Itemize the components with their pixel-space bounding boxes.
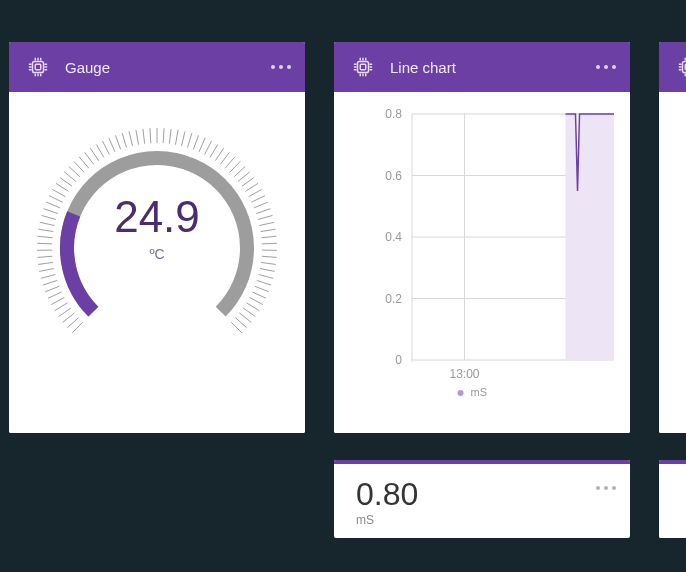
svg-line-23 (41, 274, 56, 278)
line-chart-card: Line chart 00.20.40.60.813:00mS (334, 42, 630, 433)
svg-rect-95 (358, 62, 369, 73)
svg-line-37 (56, 183, 69, 191)
svg-point-122 (458, 390, 464, 396)
svg-line-44 (90, 148, 98, 160)
svg-text:0: 0 (395, 353, 402, 367)
svg-line-20 (48, 291, 62, 297)
gauge-unit: ºC (9, 246, 305, 262)
svg-text:0.8: 0.8 (385, 107, 402, 121)
svg-line-51 (136, 129, 139, 144)
gauge-value: 24.9 (9, 192, 305, 242)
svg-line-60 (193, 135, 198, 149)
svg-line-59 (187, 133, 191, 147)
svg-line-69 (238, 171, 250, 181)
svg-line-17 (59, 308, 71, 317)
svg-line-84 (260, 268, 275, 271)
svg-line-18 (55, 302, 68, 310)
svg-line-41 (74, 161, 84, 172)
svg-line-22 (43, 280, 57, 285)
svg-line-38 (60, 177, 72, 186)
svg-line-49 (122, 133, 126, 147)
more-icon[interactable] (596, 65, 616, 69)
svg-line-15 (67, 317, 78, 327)
svg-line-66 (225, 156, 235, 167)
svg-line-90 (247, 302, 260, 310)
svg-line-87 (255, 286, 269, 291)
svg-line-52 (143, 128, 145, 143)
svg-line-58 (182, 131, 186, 146)
svg-line-40 (69, 166, 80, 176)
svg-line-63 (210, 144, 218, 157)
card-header (659, 42, 686, 92)
svg-rect-0 (33, 62, 44, 73)
svg-line-19 (51, 297, 64, 304)
svg-line-16 (63, 313, 75, 322)
more-icon[interactable] (271, 65, 291, 69)
svg-line-94 (231, 322, 242, 333)
svg-line-50 (129, 131, 133, 146)
svg-line-91 (243, 308, 255, 317)
svg-line-68 (234, 166, 245, 176)
svg-line-85 (259, 274, 274, 278)
svg-line-24 (39, 268, 54, 271)
chip-icon (677, 56, 686, 78)
svg-line-83 (261, 262, 276, 264)
gauge-body: 24.9 ºC (9, 92, 305, 433)
svg-line-39 (64, 171, 76, 181)
svg-text:0.2: 0.2 (385, 292, 402, 306)
svg-line-80 (262, 243, 277, 244)
svg-text:0.6: 0.6 (385, 169, 402, 183)
partial-card-right (659, 42, 686, 433)
svg-line-62 (205, 141, 212, 154)
card-title: Gauge (65, 59, 110, 76)
svg-line-21 (45, 286, 59, 291)
svg-line-56 (169, 128, 171, 143)
more-icon[interactable] (596, 486, 616, 490)
svg-rect-1 (35, 64, 41, 70)
svg-line-47 (109, 138, 115, 152)
partial-card-bottom-right (659, 460, 686, 538)
svg-line-89 (250, 297, 263, 304)
svg-line-45 (96, 144, 104, 157)
svg-line-46 (103, 141, 110, 154)
svg-line-53 (150, 128, 151, 143)
svg-line-61 (199, 138, 205, 152)
svg-line-71 (245, 183, 258, 191)
chip-icon (352, 56, 374, 78)
value-number: 0.80 (356, 476, 608, 513)
gauge-card: Gauge 24.9 ºC (9, 42, 305, 433)
svg-text:0.4: 0.4 (385, 230, 402, 244)
svg-text:mS: mS (471, 386, 488, 398)
value-unit: mS (356, 513, 608, 527)
value-card: 0.80 mS (334, 460, 630, 538)
card-header: Line chart (334, 42, 630, 92)
svg-line-70 (242, 177, 254, 186)
card-title: Line chart (390, 59, 456, 76)
svg-line-65 (220, 152, 229, 164)
svg-line-28 (37, 243, 52, 244)
card-header: Gauge (9, 42, 305, 92)
chip-icon (27, 56, 49, 78)
svg-line-25 (38, 262, 53, 264)
svg-line-92 (239, 313, 251, 322)
svg-rect-96 (360, 64, 366, 70)
svg-line-93 (235, 317, 246, 327)
line-chart-display: 00.20.40.60.813:00mS (334, 92, 630, 433)
svg-line-57 (175, 129, 178, 144)
svg-line-42 (79, 156, 89, 167)
svg-line-64 (215, 148, 223, 160)
svg-line-88 (252, 291, 266, 297)
svg-line-67 (230, 161, 240, 172)
svg-line-48 (115, 135, 120, 149)
svg-line-86 (257, 280, 271, 285)
svg-text:13:00: 13:00 (450, 367, 480, 381)
svg-line-55 (163, 128, 164, 143)
line-chart-body: 00.20.40.60.813:00mS (334, 92, 630, 433)
svg-line-14 (72, 322, 83, 333)
svg-line-43 (85, 152, 94, 164)
